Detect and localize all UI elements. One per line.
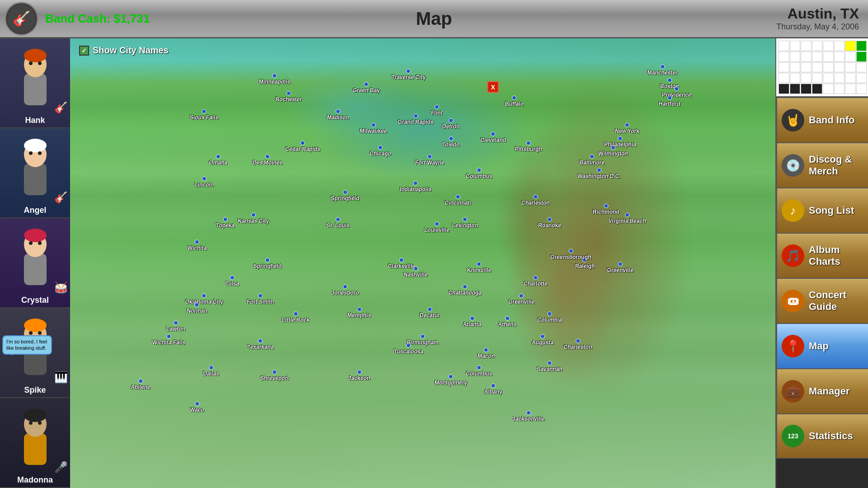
- city-tulsa[interactable]: Tulsa: [226, 276, 239, 287]
- city-label: St. Louis: [326, 222, 349, 228]
- show-cities-control[interactable]: ✓ Show City Names: [79, 45, 169, 56]
- chart-close-button[interactable]: X: [487, 81, 499, 93]
- city-rochester[interactable]: Rochester: [275, 91, 302, 103]
- city-madison[interactable]: Madison: [327, 109, 349, 121]
- city-pittsburgh[interactable]: Pittsburgh: [515, 141, 542, 152]
- city-montgomery[interactable]: Montgomery: [434, 375, 467, 386]
- city-des-moines[interactable]: Des Moines: [252, 154, 283, 165]
- city-norman[interactable]: Norman: [187, 303, 207, 314]
- city-label: Manchester: [647, 69, 678, 75]
- city-louisville[interactable]: Louisville: [425, 221, 449, 233]
- city-label: Decatur: [420, 312, 440, 318]
- city-columbia[interactable]: Columbia: [537, 311, 562, 323]
- city-green-bay[interactable]: Green Bay: [353, 82, 380, 94]
- city-washington-d.c.[interactable]: Washington D.C.: [577, 168, 621, 179]
- city-abilene[interactable]: Abilene: [131, 379, 150, 390]
- city-augusta[interactable]: Augusta: [532, 334, 553, 345]
- city-indianapolis[interactable]: Indianapolis: [400, 181, 431, 192]
- city-tuscaloosa[interactable]: Tuscaloosa: [394, 343, 423, 354]
- city-charleston[interactable]: Charleston: [521, 195, 550, 206]
- nav-button-concert-guide[interactable]: 🎟Concert Guide: [776, 278, 868, 323]
- city-memphis[interactable]: Memphis: [348, 307, 371, 318]
- band-member-spike[interactable]: 🎹SpikeI'm so bored, I feel like breaking…: [0, 308, 70, 398]
- city-cedar-rapids[interactable]: Cedar Rapids: [285, 141, 320, 152]
- city-decatur[interactable]: Decatur: [420, 307, 440, 318]
- city-fort-wayne[interactable]: Fort Wayne: [415, 154, 444, 165]
- nav-button-discog-merch[interactable]: 💿Discog & Merch: [776, 142, 868, 188]
- city-lexington[interactable]: Lexington: [452, 217, 478, 228]
- city-names-checkbox[interactable]: ✓: [79, 46, 89, 56]
- nav-button-map[interactable]: 📍Map: [776, 323, 868, 368]
- city-hartford[interactable]: Hartford: [659, 96, 680, 107]
- nav-button-band-info[interactable]: 🤘Band Info: [776, 97, 868, 142]
- map-container: ✓ Show City Names MinneapolisTraverse Ci…: [70, 38, 775, 488]
- city-greenville[interactable]: Greenville: [607, 262, 633, 273]
- city-lawton[interactable]: Lawton: [166, 320, 185, 332]
- chart-cell: [778, 52, 789, 62]
- city-atlanta[interactable]: Atlanta: [463, 316, 481, 327]
- city-minneapolis[interactable]: Minneapolis: [259, 73, 290, 84]
- city-roanoke[interactable]: Roanoke: [538, 217, 561, 228]
- header-title: Map: [416, 9, 452, 29]
- city-dallas[interactable]: Dallas: [203, 366, 219, 377]
- city-manchester[interactable]: Manchester: [647, 64, 678, 75]
- city-chattanooga[interactable]: Chattanooga: [448, 285, 481, 296]
- city-columbus[interactable]: Columbus: [466, 168, 492, 179]
- city-milwaukee[interactable]: Milwaukee: [360, 123, 387, 134]
- city-buffalo[interactable]: Buffalo: [505, 96, 524, 107]
- city-st.-louis[interactable]: St. Louis: [326, 217, 349, 228]
- band-member-hank[interactable]: 🎸Hank: [0, 38, 70, 128]
- city-toledo[interactable]: Toledo: [442, 136, 459, 147]
- nav-icon-manager: 💼: [782, 380, 804, 403]
- city-knoxville[interactable]: Knoxville: [467, 262, 491, 273]
- city-charlotte[interactable]: Charlotte: [524, 276, 547, 287]
- city-sioux-falls[interactable]: Sioux Falls: [190, 109, 218, 121]
- city-athens[interactable]: Athens: [498, 316, 517, 327]
- nav-button-manager[interactable]: 💼Manager: [776, 368, 868, 413]
- city-dot: [216, 154, 221, 159]
- city-waco[interactable]: Waco: [190, 401, 204, 413]
- city-springfield[interactable]: Springfield: [331, 190, 359, 202]
- city-macon[interactable]: Macon: [477, 347, 495, 359]
- city-baltimore[interactable]: Baltimore: [580, 154, 604, 165]
- nav-button-song-list[interactable]: ♪Song List: [776, 188, 868, 233]
- city-wichita-falls[interactable]: Wichita Falls: [152, 334, 185, 345]
- nav-button-statistics[interactable]: 123Statistics: [776, 413, 868, 459]
- city-wichita[interactable]: Wichita: [188, 239, 207, 251]
- band-member-madonna[interactable]: 🎤Madonna: [0, 398, 70, 488]
- city-detroit[interactable]: Detroit: [442, 118, 460, 130]
- city-cleveland[interactable]: Cleveland: [481, 131, 506, 143]
- city-traverse-city[interactable]: Traverse City: [392, 69, 425, 80]
- city-greensborough[interactable]: Greensborough: [551, 249, 591, 260]
- city-chicago[interactable]: Chicago: [370, 145, 391, 156]
- city-new-york[interactable]: New York: [615, 123, 640, 134]
- svg-point-3: [29, 61, 33, 65]
- city-grand-rapids[interactable]: Grand Rapids: [398, 114, 434, 125]
- city-greenville[interactable]: Greenville: [508, 294, 534, 305]
- city-jonesboro[interactable]: Jonesboro: [331, 285, 359, 296]
- chart-cell: [778, 41, 789, 51]
- map-area[interactable]: ✓ Show City Names MinneapolisTraverse Ci…: [70, 38, 775, 488]
- city-little-rock[interactable]: Little Rock: [282, 311, 310, 323]
- city-lincoln[interactable]: Lincoln: [194, 177, 214, 188]
- city-nashville[interactable]: Nashville: [404, 267, 428, 278]
- city-charleston[interactable]: Charleston: [564, 338, 592, 350]
- band-member-angel[interactable]: 🎸Angel: [0, 128, 70, 218]
- city-cincinnati[interactable]: Cincinnati: [445, 195, 471, 206]
- city-jacksonville[interactable]: Jacksonville: [512, 410, 544, 422]
- city-jackson[interactable]: Jackson: [349, 370, 370, 381]
- city-dot: [434, 221, 439, 226]
- nav-button-album-charts[interactable]: 🎵Album Charts: [776, 233, 868, 278]
- city-albany[interactable]: Albany: [484, 384, 502, 395]
- city-omaha[interactable]: Omaha: [209, 154, 227, 165]
- city-virginia-beach[interactable]: Virginia Beach: [609, 213, 646, 224]
- band-member-crystal[interactable]: 🥁Crystal: [0, 218, 70, 308]
- city-texarkana[interactable]: Texarkana: [247, 338, 274, 350]
- city-savannah[interactable]: Savannah: [537, 361, 562, 372]
- city-columbus[interactable]: Columbus: [466, 366, 492, 377]
- city-topeka[interactable]: Topeka: [216, 217, 235, 228]
- city-springfield[interactable]: Springfield: [253, 258, 282, 269]
- city-kansas-city[interactable]: Kansas City: [238, 213, 269, 224]
- city-shreveport[interactable]: Shreveport: [260, 370, 289, 381]
- city-fort-smith[interactable]: Fort Smith: [247, 294, 274, 305]
